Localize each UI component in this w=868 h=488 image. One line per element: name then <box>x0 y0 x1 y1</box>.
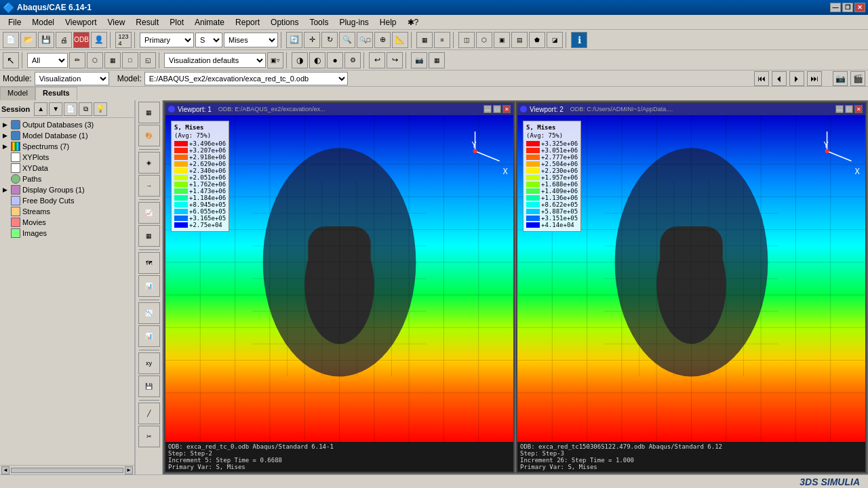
vt-line[interactable]: 📉 <box>138 302 160 324</box>
tree-item-spectrums[interactable]: ▶Spectrums (7) <box>1 141 133 152</box>
tree-item-xydata[interactable]: XYData <box>1 163 133 174</box>
info-button[interactable]: ℹ <box>571 32 587 48</box>
vt-arrow[interactable]: → <box>138 175 160 197</box>
3d-btn1[interactable]: ◫ <box>458 32 475 48</box>
align-btn[interactable]: ≡ <box>434 32 450 48</box>
tab-results[interactable]: Results <box>35 87 77 100</box>
tab-model[interactable]: Model <box>0 87 35 100</box>
fit-button[interactable]: ⊕ <box>374 32 391 48</box>
tree-item-xyplots[interactable]: XYPlots <box>1 152 133 163</box>
table-btn[interactable]: ▦ <box>416 32 433 48</box>
vt-xy[interactable]: xy <box>138 352 160 374</box>
maximize-button[interactable]: ❐ <box>842 3 853 12</box>
undo-btn[interactable]: ↩ <box>369 52 385 68</box>
3d-btn2[interactable]: ⬡ <box>476 32 492 48</box>
menu-item-result[interactable]: Result <box>130 16 164 28</box>
menu-item-tools[interactable]: Tools <box>304 16 334 28</box>
elem-btn[interactable]: ▦ <box>104 52 121 68</box>
cursor-btn[interactable]: ↖ <box>3 52 19 68</box>
menu-item-report[interactable]: Report <box>230 16 265 28</box>
tree-item-streams[interactable]: Streams <box>1 206 133 217</box>
vp2-close[interactable]: ✕ <box>854 105 863 113</box>
tree-item-free-body-cuts[interactable]: Free Body Cuts <box>1 195 133 206</box>
vt-table[interactable]: ▦ <box>138 225 160 247</box>
3d-btn3[interactable]: ▣ <box>494 32 510 48</box>
3d-btn6[interactable]: ◪ <box>547 32 563 48</box>
tree-expand-model-database[interactable]: ▶ <box>3 132 9 139</box>
pan-button[interactable]: ✛ <box>304 32 320 48</box>
minimize-button[interactable]: — <box>830 3 841 12</box>
view-button[interactable]: 📐 <box>392 32 408 48</box>
vt-path[interactable]: 📈 <box>138 202 160 224</box>
play-button[interactable]: ⏵ <box>789 71 804 86</box>
close-button[interactable]: ✕ <box>854 3 865 12</box>
mises-select[interactable]: Mises <box>224 33 278 47</box>
vt-deform[interactable]: ◈ <box>138 152 160 174</box>
tree-expand-output-databases[interactable]: ▶ <box>3 121 9 128</box>
vis-btn2[interactable]: ▣▿ <box>267 52 283 68</box>
tree-expand-display-groups[interactable]: ▶ <box>3 186 9 193</box>
vt-bar[interactable]: 📊 <box>138 325 160 347</box>
menu-item-viewport[interactable]: Viewport <box>60 16 102 28</box>
menu-item-help[interactable]: Help <box>374 16 402 28</box>
next-button[interactable]: ⏭ <box>807 71 822 86</box>
tree-item-output-databases[interactable]: ▶Output Databases (3) <box>1 119 133 130</box>
redo-btn[interactable]: ↪ <box>387 52 403 68</box>
zoom-box[interactable]: 🔍□ <box>357 32 373 48</box>
camera2-btn[interactable]: 🎬 <box>850 71 865 86</box>
scroll-left[interactable]: ◄ <box>1 466 9 474</box>
sidebar-light-btn[interactable]: 💡 <box>94 102 107 116</box>
primary-select[interactable]: Primary <box>140 33 194 47</box>
sidebar-expand-btn[interactable]: ▲ <box>34 102 47 116</box>
vp1-close[interactable]: ✕ <box>502 105 511 113</box>
vt-contour[interactable]: 🎨 <box>138 125 160 146</box>
label-button[interactable]: 1234 <box>115 32 132 48</box>
vp2-min[interactable]: — <box>835 105 844 113</box>
3d-btn5[interactable]: ⬟ <box>529 32 545 48</box>
rotate-button[interactable]: ↻ <box>321 32 338 48</box>
menu-item-view[interactable]: View <box>102 16 131 28</box>
tool5[interactable]: 👤 <box>91 32 107 48</box>
module-select[interactable]: Visualization <box>35 72 109 85</box>
refresh-button[interactable]: 🔄 <box>286 32 302 48</box>
sidebar-copy-btn[interactable]: ⧉ <box>79 102 92 116</box>
vt-graph[interactable]: 📊 <box>138 275 160 297</box>
circle-btn[interactable]: ◑ <box>292 52 308 68</box>
menu-item-animate[interactable]: Animate <box>189 16 230 28</box>
vt-cut[interactable]: ✂ <box>138 426 160 447</box>
scroll-track[interactable] <box>11 468 123 473</box>
vt-save[interactable]: 💾 <box>138 375 160 397</box>
sidebar-new-btn[interactable]: 📄 <box>64 102 77 116</box>
print-button[interactable]: 🖨 <box>56 32 72 48</box>
open-button[interactable]: 📂 <box>20 32 37 48</box>
settings-btn[interactable]: ⚙ <box>344 52 361 68</box>
rewind-button[interactable]: ⏮ <box>754 71 769 86</box>
titlebar-controls[interactable]: — ❐ ✕ <box>830 3 865 12</box>
table2-btn[interactable]: ▦ <box>429 52 445 68</box>
zoom-button[interactable]: 🔍 <box>339 32 355 48</box>
save-button[interactable]: 💾 <box>38 32 54 48</box>
node-btn[interactable]: ⬡ <box>87 52 103 68</box>
all-select[interactable]: All <box>27 53 68 68</box>
tree-item-model-database[interactable]: ▶Model Database (1) <box>1 130 133 141</box>
vt-mesh[interactable]: ▦ <box>138 102 160 123</box>
vp2-max[interactable]: □ <box>845 105 853 113</box>
menu-item-model[interactable]: Model <box>26 16 60 28</box>
odb-button[interactable]: ODB <box>73 32 90 48</box>
region-btn[interactable]: □ <box>122 52 138 68</box>
vt-diag[interactable]: ╱ <box>138 403 160 424</box>
vp1-min[interactable]: — <box>484 105 492 113</box>
camera-btn[interactable]: 📷 <box>411 52 427 68</box>
menu-item-options[interactable]: Options <box>265 16 304 28</box>
tree-item-images[interactable]: Images <box>1 228 133 239</box>
tree-item-movies[interactable]: Movies <box>1 217 133 228</box>
new-button[interactable]: 📄 <box>3 32 19 48</box>
surface-btn[interactable]: ◱ <box>140 52 156 68</box>
circle-btn3[interactable]: ● <box>327 52 343 68</box>
vis-defaults-select[interactable]: Visualization defaults <box>164 53 266 68</box>
menu-item-[interactable]: ✱? <box>402 16 425 28</box>
tree-item-paths[interactable]: Paths <box>1 174 133 184</box>
model-select[interactable]: E:/ABAQUS_ex2/excavation/exca_red_tc_0.o… <box>144 72 348 85</box>
menu-item-file[interactable]: File <box>3 16 26 28</box>
vp1-max[interactable]: □ <box>493 105 501 113</box>
